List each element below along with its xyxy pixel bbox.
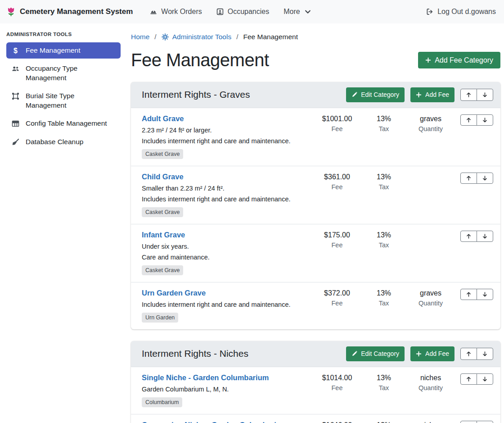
move-fee-up-button[interactable]: [460, 231, 477, 242]
fee-name-link[interactable]: Infant Grave: [142, 231, 185, 239]
arrow-down-icon: [482, 92, 488, 98]
fee-name-link[interactable]: Urn Garden Grave: [142, 289, 206, 297]
move-fee-down-button[interactable]: [477, 289, 493, 300]
fee-quantity-value: graves: [407, 289, 454, 297]
arrow-up-icon: [466, 291, 472, 297]
sidebar-item-fee-management[interactable]: $ Fee Management: [6, 42, 121, 59]
move-fee-up-button[interactable]: [460, 289, 477, 300]
sidebar-item-database-cleanup[interactable]: Database Cleanup: [6, 134, 121, 150]
fee-name-link[interactable]: Companion Niche - Garden Columbarium: [142, 421, 288, 423]
vector-square-icon: [11, 92, 20, 100]
logout-link[interactable]: Log Out d.gowans: [419, 4, 496, 19]
app-title: Cemetery Management System: [20, 7, 133, 16]
fee-tax-label: Tax: [360, 384, 407, 391]
move-fee-down-button[interactable]: [477, 421, 493, 423]
category-title: Interment Rights - Graves: [142, 89, 250, 100]
fee-row-child-grave: Child Grave Smaller than 2.23 m² / 24 ft…: [131, 166, 500, 224]
move-category-up-button[interactable]: [460, 89, 477, 101]
gear-icon: [162, 33, 169, 41]
fee-name-link[interactable]: Single Niche - Garden Columbarium: [142, 373, 269, 382]
broom-icon: [11, 138, 20, 146]
category-header: Interment Rights - Graves Edit Category …: [131, 82, 500, 108]
nav-occupancies[interactable]: Occupancies: [209, 4, 277, 19]
dollar-icon: $: [11, 47, 20, 55]
breadcrumb-home-link[interactable]: Home: [131, 33, 149, 41]
add-fee-category-label: Add Fee Category: [435, 56, 493, 64]
arrow-up-icon: [466, 175, 472, 181]
fee-tax-value: 13%: [360, 421, 407, 423]
move-fee-up-button[interactable]: [460, 173, 477, 184]
fee-quantity-column: niches Quantity: [407, 421, 454, 423]
sidebar: ADMINISTRATOR TOOLS $ Fee Management Occ…: [0, 23, 126, 152]
hard-hat-icon: [150, 8, 157, 15]
fee-reorder-group: [460, 173, 493, 184]
fee-amount-value: $175.00: [314, 231, 360, 239]
move-fee-up-button[interactable]: [460, 114, 477, 126]
sidebar-item-label: Config Table Management: [26, 119, 107, 128]
fee-name-link[interactable]: Child Grave: [142, 173, 184, 181]
fee-amount-value: $1001.00: [314, 115, 360, 123]
fee-quantity-value: niches: [407, 421, 454, 423]
fee-tag: Urn Garden: [142, 313, 178, 323]
sidebar-item-label: Occupancy Type Management: [26, 64, 116, 82]
edit-category-button[interactable]: Edit Category: [346, 346, 405, 361]
app-brand[interactable]: Cemetery Management System: [6, 7, 133, 17]
arrow-down-icon: [482, 175, 488, 181]
arrow-up-icon: [466, 351, 472, 357]
fee-description: Under six years.: [142, 243, 309, 250]
fee-description: Garden Columbarium L, M, N.: [142, 386, 309, 393]
breadcrumb-admin-link[interactable]: Administrator Tools: [162, 33, 232, 41]
svg-text:$: $: [14, 47, 18, 55]
move-category-down-button[interactable]: [477, 89, 493, 101]
fee-tax-value: 13%: [360, 173, 407, 181]
add-fee-category-button[interactable]: Add Fee Category: [418, 52, 500, 68]
fee-info: Companion Niche - Garden Columbarium Gar…: [142, 421, 314, 423]
add-fee-label: Add Fee: [425, 91, 449, 99]
nav-more[interactable]: More: [276, 4, 318, 19]
fee-description: Includes interment right and care and ma…: [142, 196, 309, 203]
edit-category-label: Edit Category: [361, 91, 399, 99]
fee-info: Infant Grave Under six years.Care and ma…: [142, 231, 314, 275]
fee-tax-label: Tax: [360, 300, 407, 307]
move-category-down-button[interactable]: [477, 348, 493, 360]
sidebar-item-label: Database Cleanup: [26, 137, 83, 146]
arrow-down-icon: [482, 233, 488, 239]
fee-quantity-label: Quantity: [407, 384, 454, 391]
fee-tag: Columbarium: [142, 397, 182, 407]
fee-description: Care and maintenance.: [142, 254, 309, 261]
arrow-down-icon: [482, 351, 488, 357]
add-fee-button[interactable]: Add Fee: [410, 87, 454, 102]
move-fee-down-button[interactable]: [477, 373, 493, 385]
move-fee-down-button[interactable]: [477, 173, 493, 184]
edit-category-button[interactable]: Edit Category: [346, 87, 405, 102]
add-fee-button[interactable]: Add Fee: [410, 346, 454, 361]
sidebar-item-config-table-management[interactable]: Config Table Management: [6, 115, 121, 132]
main-nav: Work Orders Occupancies More: [143, 4, 318, 19]
page-header: Fee Management Add Fee Category: [131, 50, 500, 70]
arrow-down-icon: [482, 291, 488, 297]
fee-name-link[interactable]: Adult Grave: [142, 114, 184, 123]
move-fee-up-button[interactable]: [460, 373, 477, 385]
fee-tax-value: 13%: [360, 374, 407, 382]
fee-category-card-interment-rights-graves: Interment Rights - Graves Edit Category …: [131, 82, 500, 329]
fee-description: Includes interment right and care and ma…: [142, 137, 309, 145]
sidebar-item-occupancy-type-management[interactable]: Occupancy Type Management: [6, 60, 121, 86]
pencil-icon: [351, 92, 357, 98]
sidebar-item-burial-site-type-management[interactable]: Burial Site Type Management: [6, 88, 121, 114]
fee-row-single-niche-garden-columbarium: Single Niche - Garden Columbarium Garden…: [131, 367, 500, 414]
plus-icon: [416, 351, 422, 357]
fee-tax-column: 13% Tax: [360, 289, 407, 307]
fee-info: Urn Garden Grave Includes interment righ…: [142, 289, 314, 323]
fee-tax-label: Tax: [360, 125, 407, 132]
fee-tax-label: Tax: [360, 241, 407, 249]
fee-description: Includes interment right and care and ma…: [142, 301, 309, 308]
move-fee-up-button[interactable]: [460, 421, 477, 423]
sidebar-heading: ADMINISTRATOR TOOLS: [6, 32, 121, 37]
fee-quantity-label: Quantity: [407, 300, 454, 307]
fee-quantity-value: niches: [407, 374, 454, 382]
nav-work-orders[interactable]: Work Orders: [143, 4, 209, 19]
move-category-up-button[interactable]: [460, 348, 477, 360]
breadcrumb-separator: /: [154, 33, 156, 41]
move-fee-down-button[interactable]: [477, 114, 493, 126]
move-fee-down-button[interactable]: [477, 231, 493, 242]
